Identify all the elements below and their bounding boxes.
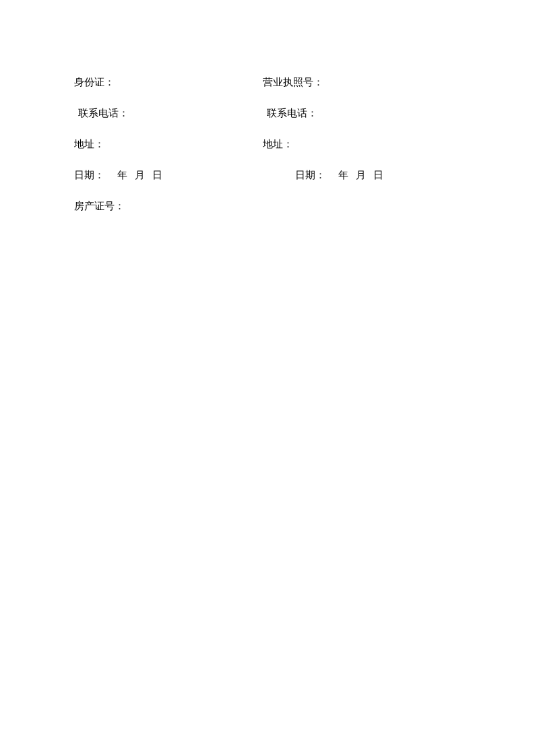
label-property-cert: 房产证号： (74, 201, 125, 211)
label-address-right: 地址： (263, 139, 293, 149)
label-phone-left: 联系电话： (78, 108, 129, 118)
field-business-license: 营业执照号： (263, 75, 465, 90)
label-month-right: 月 (356, 170, 366, 180)
field-phone-left: 联系电话： (74, 106, 263, 121)
label-date-right: 日期： (295, 170, 325, 180)
row-phone: 联系电话： 联系电话： (74, 106, 465, 121)
label-business-license: 营业执照号： (263, 77, 323, 88)
label-month-left: 月 (135, 170, 145, 180)
label-year-right: 年 (338, 170, 348, 180)
row-address: 地址： 地址： (74, 137, 465, 151)
label-id-card: 身份证： (74, 77, 115, 88)
field-phone-right: 联系电话： (263, 106, 465, 121)
label-address-left: 地址： (74, 139, 104, 149)
field-date-right: 日期： 年 月 日 (263, 168, 465, 182)
field-address-right: 地址： (263, 137, 465, 151)
field-id-card: 身份证： (74, 75, 263, 90)
field-date-left: 日期： 年 月 日 (74, 168, 263, 182)
label-day-left: 日 (152, 170, 162, 180)
row-date: 日期： 年 月 日 日期： 年 月 日 (74, 168, 465, 182)
label-phone-right: 联系电话： (267, 108, 317, 118)
row-id-license: 身份证： 营业执照号： (74, 75, 465, 90)
document-page: 身份证： 营业执照号： 联系电话： 联系电话： 地址： 地址： 日期： 年 月 … (74, 75, 465, 230)
row-property: 房产证号： (74, 199, 465, 213)
label-year-left: 年 (117, 170, 127, 180)
label-date-left: 日期： (74, 170, 104, 180)
label-day-right: 日 (373, 170, 383, 180)
field-property-cert: 房产证号： (74, 199, 263, 213)
field-address-left: 地址： (74, 137, 263, 151)
